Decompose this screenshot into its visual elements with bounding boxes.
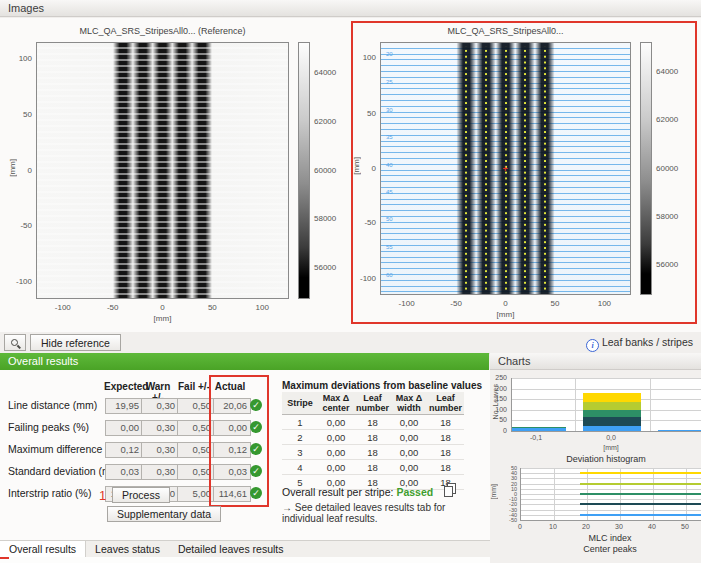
results-row-label: Line distance (mm) (8, 399, 97, 411)
deviations-table-row: 10,00180,0018 (282, 415, 464, 430)
images-panel-header: Images (0, 0, 701, 17)
hide-reference-button[interactable]: Hide reference (30, 334, 121, 351)
histogram-x-tick-label: 0,0 (606, 434, 616, 441)
y-axis-tick-label: -50 (6, 221, 32, 230)
gridline (521, 468, 701, 469)
reference-image-figure[interactable]: MLC_QA_SRS_StripesAll0... (Reference)100… (4, 20, 346, 330)
image-plot-area[interactable] (36, 42, 289, 299)
leaf-number-label: 35 (386, 134, 393, 140)
x-axis-unit-label: [mm] (36, 314, 289, 323)
center-marker-icon: + (503, 165, 508, 174)
deviations-cell: 18 (427, 445, 464, 460)
deviations-cell: 0,00 (391, 415, 427, 430)
measured-image-figure[interactable]: MLC_QA_SRS_StripesAll0...202530354045505… (353, 23, 691, 318)
stripe-result-line: Overall result per stripe: Passed (282, 486, 433, 498)
peaks-x-axis-label: MLC index (588, 533, 631, 543)
deviations-column-header: Leafnumber (427, 392, 464, 415)
image-plot-area[interactable]: 202530354045505560+ (380, 42, 631, 295)
deviations-cell: 0,00 (318, 460, 354, 475)
gridline (521, 510, 701, 511)
deviations-cell: 0,00 (391, 460, 427, 475)
charts-panel: Charts -0,10,0250200150100500No. Leaves[… (490, 353, 701, 563)
center-peak-line (580, 493, 701, 495)
process-button[interactable]: Process (112, 487, 170, 503)
gridline (512, 389, 701, 390)
histogram-y-axis-label: No. Leaves (492, 384, 499, 419)
actual-column-highlight (209, 375, 269, 507)
images-toolbar: Hide reference i Leaf banks / stripes (0, 332, 701, 354)
center-peak-line (580, 472, 701, 474)
zoom-tool-button[interactable] (4, 334, 26, 351)
center-peak-line (580, 514, 701, 516)
bottom-strip (0, 557, 490, 563)
leaf-number-label: 45 (386, 189, 393, 195)
gridline (575, 378, 576, 431)
results-column-header: Expected (104, 381, 140, 392)
colorbar-tick-label: 62000 (314, 117, 336, 126)
deviations-cell: 0,00 (391, 430, 427, 445)
y-axis-tick-label: 100 (6, 54, 32, 63)
deviations-cell: 18 (427, 430, 464, 445)
colorbar-tick-label: 64000 (656, 67, 678, 76)
detailed-results-note: → See detailed leaves results tab for in… (282, 502, 487, 524)
figure-title: MLC_QA_SRS_StripesAll0... (Reference) (36, 26, 289, 36)
x-axis-tick-label: 50 (208, 303, 217, 312)
x-axis-tick-label: 0 (160, 303, 164, 312)
tab-leaves-status[interactable]: Leaves status (86, 541, 169, 558)
note-text: See detailed leaves results tab for indi… (282, 502, 445, 524)
colorbar-tick-label: 64000 (314, 68, 336, 77)
results-value-box: 19,95 (105, 398, 143, 414)
histogram-bar-segment (583, 393, 641, 401)
histogram-bar-segment (583, 417, 641, 425)
histogram-x-axis-unit: [mm] (603, 444, 619, 451)
x-axis-tick-label: 100 (598, 299, 611, 308)
tab-overall-results[interactable]: Overall results (0, 541, 86, 558)
deviations-table-row: 30,00180,0018 (282, 445, 464, 460)
leaf-peak-dots-column (523, 46, 527, 292)
x-axis-tick-label: -50 (450, 299, 462, 308)
x-axis-tick-label: -100 (55, 303, 71, 312)
results-value-box: 0,30 (141, 442, 179, 458)
colorbar-tick-label: 58000 (656, 212, 678, 221)
results-value-box: 0,30 (141, 464, 179, 480)
peaks-x-tick-label: 40 (648, 523, 656, 530)
histogram-bar-segment (583, 402, 641, 410)
results-value-box: 0,12 (105, 442, 143, 458)
peaks-x-tick-label: 30 (615, 523, 623, 530)
peaks-x-tick-label: 0 (518, 523, 522, 530)
histogram-bar-segment (511, 428, 566, 431)
deviations-cell: 18 (354, 430, 391, 445)
y-axis-unit-label: [mm] (352, 157, 361, 175)
tab-detailed-leaves-results[interactable]: Detailed leaves results (169, 541, 293, 558)
leaf-number-label: 55 (386, 244, 393, 250)
deviations-cell: 0,00 (318, 430, 354, 445)
supplementary-data-button[interactable]: Supplementary data (107, 506, 221, 522)
y-axis-tick-label: 100 (350, 53, 376, 62)
grayscale-colorbar (298, 42, 310, 299)
deviations-column-header: Leafnumber (354, 392, 391, 415)
gridline (512, 431, 701, 432)
copy-icon[interactable] (444, 483, 456, 497)
deviations-cell: 18 (354, 445, 391, 460)
results-tab-bar: Overall resultsLeaves statusDetailed lea… (0, 540, 490, 558)
histogram-y-tick-label: 0 (490, 427, 507, 434)
peaks-y-axis-label: [mm] (490, 484, 497, 500)
figure-title: MLC_QA_SRS_StripesAll0... (380, 26, 631, 36)
leaf-peak-dots-column (484, 46, 488, 292)
results-value-box: 0,30 (141, 398, 179, 414)
peaks-y-tick-label: -50 (497, 517, 517, 523)
results-value-box: 0,00 (105, 420, 143, 436)
leaf-number-label: 40 (386, 162, 393, 168)
stripe-result-value: Passed (396, 486, 433, 498)
results-value-box: 0,03 (105, 464, 143, 480)
deviations-cell: 1 (282, 415, 318, 430)
y-axis-tick-label: 50 (6, 110, 32, 119)
x-axis-unit-label: [mm] (380, 310, 631, 319)
results-row-label: Failing peaks (%) (8, 421, 89, 433)
grayscale-colorbar (640, 42, 652, 295)
results-column-header: Fail +/- (176, 381, 212, 392)
note-arrow-icon: → (282, 502, 292, 513)
x-axis-tick-label: -50 (107, 303, 119, 312)
histogram-bar-segment (583, 410, 641, 417)
leaf-banks-link[interactable]: i Leaf banks / stripes (586, 336, 693, 352)
